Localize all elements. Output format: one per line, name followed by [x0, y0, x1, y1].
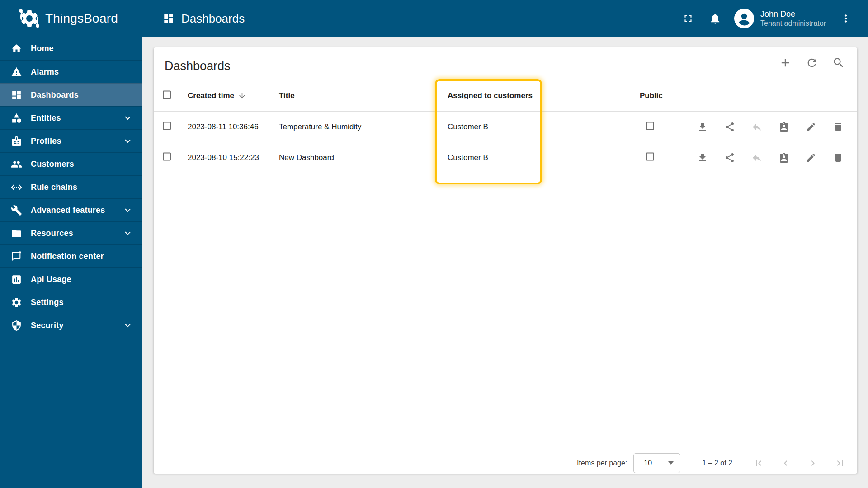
row-checkbox[interactable]: [163, 122, 171, 130]
refresh-button[interactable]: [803, 54, 821, 72]
add-icon: [779, 56, 792, 69]
manage-assigned-customers-button[interactable]: [775, 118, 793, 136]
sidebar-item-settings[interactable]: Settings: [0, 291, 142, 314]
sidebar-item-notification-center[interactable]: Notification center: [0, 244, 142, 267]
select-all-checkbox[interactable]: [163, 90, 171, 99]
notifications-button[interactable]: [706, 9, 724, 28]
people-icon: [11, 159, 22, 170]
sidebar-item-resources[interactable]: Resources: [0, 221, 142, 244]
search-button[interactable]: [830, 54, 848, 72]
reply-icon: [751, 152, 762, 163]
first-page-button[interactable]: [753, 458, 764, 469]
thingsboard-app: { "app": { "name": "ThingsBoard" }, "top…: [0, 0, 868, 488]
unassign-from-customer-button[interactable]: [748, 118, 766, 136]
refresh-icon: [806, 56, 818, 69]
make-public-button[interactable]: [721, 118, 739, 136]
assignment-icon: [778, 122, 789, 132]
breadcrumb: Dashboards: [163, 12, 245, 26]
cell-assigned-customers: Customer B: [448, 153, 488, 162]
warning-icon: [11, 66, 22, 78]
table-paginator: Items per page: 10 1 – 2 of 2: [154, 452, 857, 474]
last-page-button[interactable]: [835, 458, 845, 469]
sidebar-item-label: Home: [31, 44, 54, 53]
reply-icon: [751, 122, 762, 132]
sidebar: ThingsBoard HomeAlarmsDashboardsEntities…: [0, 0, 142, 488]
sidebar-item-dashboards[interactable]: Dashboards: [0, 83, 142, 106]
chat-unread-icon: [11, 251, 22, 262]
make-public-button[interactable]: [721, 149, 739, 167]
app-title: ThingsBoard: [45, 11, 118, 26]
fullscreen-icon: [682, 13, 694, 24]
edit-icon: [806, 122, 816, 132]
sidebar-nav: HomeAlarmsDashboardsEntitiesProfilesCust…: [0, 37, 142, 337]
row-checkbox[interactable]: [163, 152, 171, 160]
avatar[interactable]: [734, 9, 754, 28]
export-dashboard-button[interactable]: [693, 149, 712, 167]
sort-descending-icon: [238, 91, 246, 100]
user-info[interactable]: John Doe Tenant administrator: [760, 9, 826, 28]
dashboard-icon: [11, 89, 22, 101]
sidebar-item-label: Resources: [31, 229, 73, 238]
sidebar-item-label: Rule chains: [31, 183, 77, 192]
column-header-created-time[interactable]: Created time: [188, 91, 246, 100]
export-dashboard-button[interactable]: [693, 118, 712, 136]
more-menu-button[interactable]: [837, 9, 855, 28]
sidebar-item-rule-chains[interactable]: Rule chains: [0, 175, 142, 198]
cell-created-time: 2023-08-10 15:22:23: [188, 153, 259, 162]
items-per-page-select[interactable]: 10: [633, 453, 680, 473]
previous-page-button[interactable]: [780, 458, 791, 469]
page-breadcrumb-title: Dashboards: [181, 12, 245, 26]
manage-assigned-customers-button[interactable]: [775, 149, 793, 167]
delete-icon: [833, 122, 844, 132]
chevron-left-icon: [780, 458, 791, 469]
download-icon: [697, 122, 708, 132]
last-page-icon: [835, 458, 845, 469]
sidebar-item-label: Profiles: [31, 136, 61, 146]
public-checkbox[interactable]: [646, 122, 654, 130]
assignment-icon: [778, 152, 789, 163]
column-header-assigned[interactable]: Assigned to customers: [448, 91, 533, 100]
sidebar-item-label: Settings: [31, 298, 64, 307]
table-header-row: Created time Title Assigned to customers…: [154, 80, 857, 112]
sidebar-item-entities[interactable]: Entities: [0, 106, 142, 129]
page-title: Dashboards: [165, 59, 231, 73]
cell-title: Temperature & Humidity: [279, 122, 361, 131]
sidebar-item-api-usage[interactable]: Api Usage: [0, 267, 142, 291]
sidebar-item-label: Customers: [31, 160, 74, 169]
fullscreen-button[interactable]: [679, 9, 697, 28]
thingsboard-logo-icon: [19, 8, 40, 29]
logo-bar[interactable]: ThingsBoard: [0, 0, 142, 37]
edit-dashboard-button[interactable]: [802, 118, 820, 136]
construction-icon: [11, 205, 22, 216]
row-actions: [693, 149, 847, 167]
sidebar-item-security[interactable]: Security: [0, 314, 142, 337]
delete-dashboard-button[interactable]: [829, 149, 847, 167]
chevron-down-icon: [122, 205, 133, 216]
column-header-public[interactable]: Public: [640, 91, 663, 100]
share-icon: [724, 152, 735, 163]
more-vert-icon: [840, 13, 852, 24]
sidebar-item-alarms[interactable]: Alarms: [0, 60, 142, 83]
main-content: Dashboards Created time Title Assigned t…: [142, 37, 868, 488]
delete-dashboard-button[interactable]: [829, 118, 847, 136]
folder-icon: [11, 228, 22, 239]
sidebar-item-profiles[interactable]: Profiles: [0, 129, 142, 152]
sidebar-item-label: Api Usage: [31, 275, 71, 284]
table-row[interactable]: 2023-08-11 10:36:46Temperature & Humidit…: [154, 112, 857, 142]
edit-dashboard-button[interactable]: [802, 149, 820, 167]
notifications-bell-icon: [709, 12, 722, 25]
user-role: Tenant administrator: [760, 19, 826, 28]
unassign-from-customer-button[interactable]: [748, 149, 766, 167]
public-checkbox[interactable]: [646, 152, 654, 160]
add-dashboard-button[interactable]: [776, 54, 794, 72]
sidebar-item-home[interactable]: Home: [0, 37, 142, 60]
cell-assigned-customers: Customer B: [448, 122, 488, 131]
column-header-title[interactable]: Title: [279, 91, 295, 100]
next-page-button[interactable]: [807, 458, 818, 469]
topbar: Dashboards John Doe Tenant administrator: [142, 0, 868, 37]
sidebar-item-advanced-features[interactable]: Advanced features: [0, 198, 142, 221]
sidebar-item-customers[interactable]: Customers: [0, 152, 142, 175]
page-range-label: 1 – 2 of 2: [702, 459, 732, 467]
items-per-page-value: 10: [644, 459, 652, 467]
table-row[interactable]: 2023-08-10 15:22:23New DashboardCustomer…: [154, 142, 857, 173]
